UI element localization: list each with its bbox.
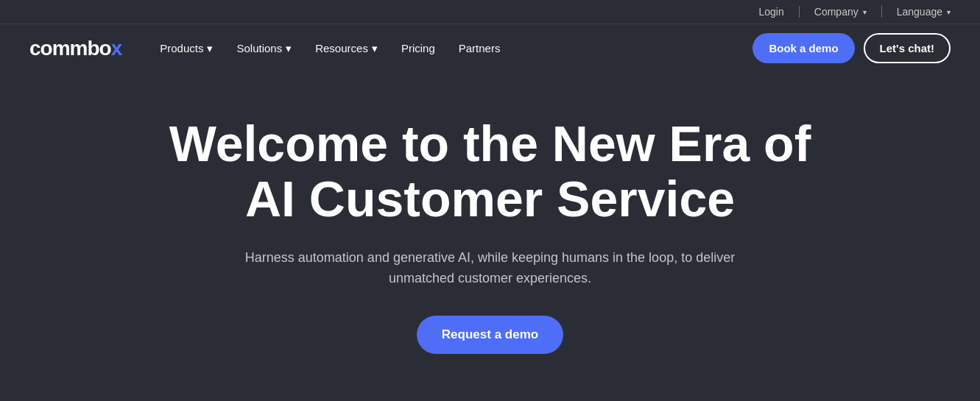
nav-pricing[interactable]: Pricing bbox=[392, 36, 444, 60]
divider bbox=[799, 6, 800, 18]
company-menu[interactable]: Company ▾ bbox=[814, 6, 867, 18]
nav-resources[interactable]: Resources ▾ bbox=[306, 36, 387, 61]
logo-text: commbox bbox=[29, 37, 121, 60]
nav-actions: Book a demo Let's chat! bbox=[752, 33, 951, 63]
products-label: Products bbox=[160, 42, 203, 54]
nav-partners[interactable]: Partners bbox=[450, 36, 510, 60]
logo[interactable]: commbox bbox=[29, 37, 121, 60]
resources-chevron-icon: ▾ bbox=[372, 42, 378, 55]
company-label: Company bbox=[814, 6, 859, 18]
nav-solutions[interactable]: Solutions ▾ bbox=[228, 36, 300, 61]
company-chevron-icon: ▾ bbox=[863, 8, 867, 16]
hero-title-line1: Welcome to the New Era of bbox=[169, 116, 811, 171]
language-chevron-icon: ▾ bbox=[947, 8, 951, 16]
language-menu[interactable]: Language ▾ bbox=[897, 6, 951, 18]
products-chevron-icon: ▾ bbox=[207, 42, 213, 55]
divider2 bbox=[881, 6, 882, 18]
solutions-chevron-icon: ▾ bbox=[286, 42, 292, 55]
hero-title-line2: AI Customer Service bbox=[245, 171, 735, 227]
top-bar: Login Company ▾ Language ▾ bbox=[0, 0, 980, 24]
book-demo-button[interactable]: Book a demo bbox=[752, 33, 854, 63]
language-label: Language bbox=[897, 6, 942, 18]
nav-products[interactable]: Products ▾ bbox=[151, 36, 222, 61]
solutions-label: Solutions bbox=[236, 42, 282, 54]
hero-section: Welcome to the New Era of AI Customer Se… bbox=[0, 72, 980, 383]
navbar: commbox Products ▾ Solutions ▾ Resources… bbox=[0, 24, 980, 72]
request-demo-button[interactable]: Request a demo bbox=[417, 316, 563, 354]
pricing-label: Pricing bbox=[401, 42, 435, 54]
hero-title: Welcome to the New Era of AI Customer Se… bbox=[169, 116, 811, 227]
nav-links: Products ▾ Solutions ▾ Resources ▾ Prici… bbox=[151, 36, 752, 61]
resources-label: Resources bbox=[315, 42, 368, 54]
lets-chat-button[interactable]: Let's chat! bbox=[864, 33, 951, 63]
hero-subtitle: Harness automation and generative AI, wh… bbox=[240, 247, 741, 290]
partners-label: Partners bbox=[459, 42, 501, 54]
login-link[interactable]: Login bbox=[759, 6, 784, 18]
